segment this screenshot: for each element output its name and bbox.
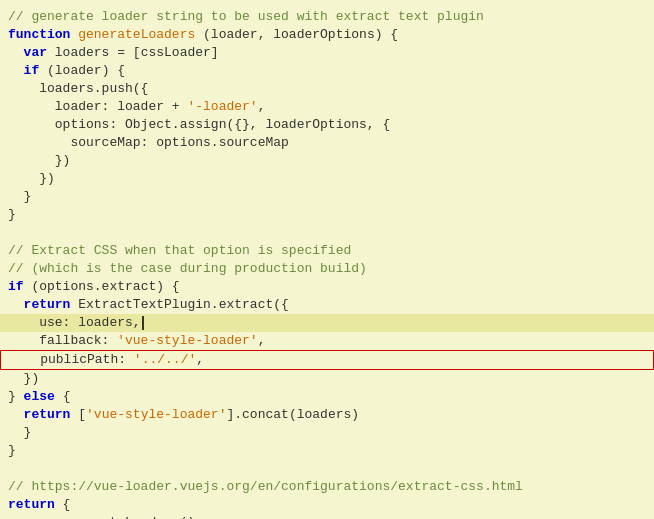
code-line-22: } else { (0, 388, 654, 406)
keyword-if: if (8, 278, 24, 296)
keyword-else: else (24, 388, 55, 406)
code-line-20: publicPath: '../../', (0, 350, 654, 370)
code-text: css: generateLoaders(), (8, 514, 203, 519)
code-line-6: loader: loader + '-loader', (0, 98, 654, 116)
code-line-8: sourceMap: options.sourceMap (0, 134, 654, 152)
code-text: } (8, 424, 31, 442)
code-text (8, 296, 24, 314)
code-text: [ (70, 406, 86, 424)
code-text: }) (8, 170, 55, 188)
keyword-return: return (24, 406, 71, 424)
code-text: (options.extract) { (24, 278, 180, 296)
code-line-14: // Extract CSS when that option is speci… (0, 242, 654, 260)
keyword-return: return (8, 496, 55, 514)
comment-text: // (which is the case during production … (8, 260, 367, 278)
code-text (8, 224, 16, 242)
keyword-var: var (24, 44, 47, 62)
string-fallback: 'vue-style-loader' (117, 332, 257, 350)
string-loader: '-loader' (187, 98, 257, 116)
code-text: } (8, 442, 16, 460)
code-line-19: fallback: 'vue-style-loader', (0, 332, 654, 350)
keyword-if: if (24, 62, 40, 80)
code-line-28: return { (0, 496, 654, 514)
comment-text: // Extract CSS when that option is speci… (8, 242, 351, 260)
code-text: { (55, 496, 71, 514)
code-line-12: } (0, 206, 654, 224)
code-line-3: var loaders = [cssLoader] (0, 44, 654, 62)
code-line-26 (0, 460, 654, 478)
code-line-10: }) (0, 170, 654, 188)
code-text: loaders.push({ (8, 80, 148, 98)
code-line-18: use: loaders, (0, 314, 654, 332)
comment-text: // generate loader string to be used wit… (8, 8, 484, 26)
code-line-15: // (which is the case during production … (0, 260, 654, 278)
function-name: generateLoaders (78, 26, 195, 44)
code-text: , (258, 98, 266, 116)
code-line-7: options: Object.assign({}, loaderOptions… (0, 116, 654, 134)
code-line-17: return ExtractTextPlugin.extract({ (0, 296, 654, 314)
code-text: , (196, 351, 204, 369)
code-text: loaders = [cssLoader] (47, 44, 219, 62)
code-text: }) (8, 152, 70, 170)
code-text (8, 44, 24, 62)
code-text: , (258, 332, 266, 350)
code-editor: // generate loader string to be used wit… (0, 0, 654, 519)
code-text: fallback: (8, 332, 117, 350)
code-line-25: } (0, 442, 654, 460)
code-line-2: function generateLoaders (loader, loader… (0, 26, 654, 44)
code-text: publicPath: (9, 351, 134, 369)
code-line-21: }) (0, 370, 654, 388)
string-vue-style: 'vue-style-loader' (86, 406, 226, 424)
code-line-23: return ['vue-style-loader'].concat(loade… (0, 406, 654, 424)
code-text: use: loaders, (8, 314, 141, 332)
code-line-9: }) (0, 152, 654, 170)
code-line-11: } (0, 188, 654, 206)
code-text: ].concat(loaders) (226, 406, 359, 424)
code-text: } (8, 188, 31, 206)
code-line-24: } (0, 424, 654, 442)
code-text (8, 406, 24, 424)
code-text: loader: loader + (8, 98, 187, 116)
code-line-13 (0, 224, 654, 242)
keyword-return: return (24, 296, 71, 314)
comment-url: // https://vue-loader.vuejs.org/en/confi… (8, 478, 523, 496)
code-text: (loader, loaderOptions) { (195, 26, 398, 44)
keyword-function: function (8, 26, 78, 44)
code-text: (loader) { (39, 62, 125, 80)
code-text: sourceMap: options.sourceMap (8, 134, 289, 152)
code-line-16: if (options.extract) { (0, 278, 654, 296)
code-text: ExtractTextPlugin.extract({ (70, 296, 288, 314)
code-text: }) (8, 370, 39, 388)
code-text: } (8, 388, 24, 406)
code-line-27: // https://vue-loader.vuejs.org/en/confi… (0, 478, 654, 496)
code-text: options: Object.assign({}, loaderOptions… (8, 116, 390, 134)
code-line-5: loaders.push({ (0, 80, 654, 98)
text-cursor (142, 316, 144, 330)
code-text (8, 460, 16, 478)
code-line-29: css: generateLoaders(), (0, 514, 654, 519)
code-text: { (55, 388, 71, 406)
code-line-4: if (loader) { (0, 62, 654, 80)
string-publicpath: '../../' (134, 351, 196, 369)
code-text: } (8, 206, 16, 224)
code-line-1: // generate loader string to be used wit… (0, 8, 654, 26)
code-text (8, 62, 24, 80)
